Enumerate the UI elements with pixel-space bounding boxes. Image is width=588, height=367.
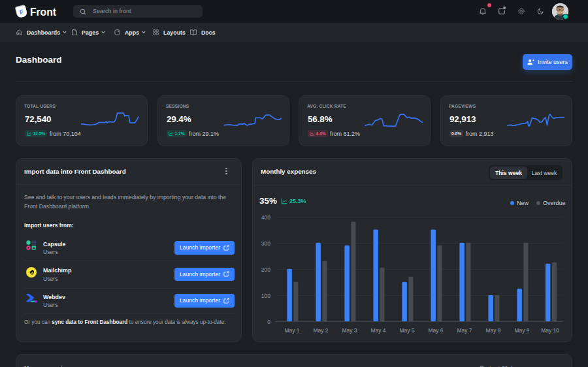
svg-text:May 9: May 9 bbox=[515, 327, 530, 334]
svg-text:May 6: May 6 bbox=[429, 327, 444, 334]
svg-text:400: 400 bbox=[261, 214, 270, 221]
svg-text:May 4: May 4 bbox=[371, 327, 386, 334]
svg-text:100: 100 bbox=[261, 293, 270, 299]
svg-text:May 2: May 2 bbox=[314, 327, 329, 334]
svg-text:May 7: May 7 bbox=[457, 327, 472, 334]
svg-text:200: 200 bbox=[261, 266, 270, 273]
svg-text:May 10: May 10 bbox=[541, 327, 559, 334]
svg-text:May 5: May 5 bbox=[400, 327, 415, 334]
svg-text:May 8: May 8 bbox=[486, 327, 501, 334]
svg-text:May 3: May 3 bbox=[342, 327, 357, 334]
svg-text:300: 300 bbox=[261, 240, 270, 247]
svg-text:0: 0 bbox=[267, 319, 270, 325]
svg-text:May 1: May 1 bbox=[285, 327, 300, 334]
